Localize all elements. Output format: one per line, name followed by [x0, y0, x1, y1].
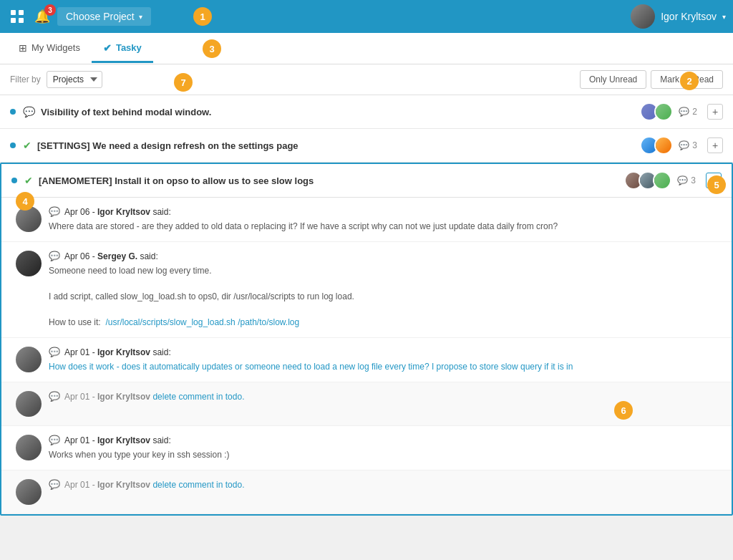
svg-rect-2 — [11, 18, 16, 23]
comment-count: 💬 3 — [679, 140, 697, 150]
avatar-stack — [640, 102, 673, 121]
avatar-stack — [624, 171, 671, 190]
avatar-stack — [640, 136, 673, 155]
avatar — [16, 251, 42, 276]
comment-icon: 💬 — [49, 251, 60, 261]
user-menu-chevron-icon[interactable]: ▾ — [722, 13, 726, 21]
filter-select[interactable]: Projects All Tags — [47, 71, 102, 88]
notification-meta: 💬 3 − — [624, 171, 722, 190]
comment-author: Igor Kryltsov — [97, 347, 150, 357]
comment-link: /usr/local/scripts/slow_log_load.sh /pat… — [105, 317, 299, 327]
unread-dot — [10, 109, 16, 115]
filter-right: Only Unread Mark All Read — [580, 70, 723, 89]
add-button[interactable]: + — [707, 137, 723, 153]
comment-count: 💬 3 — [677, 175, 696, 185]
comment-verb: said: — [152, 347, 170, 357]
comment-body: 💬 Apr 06 - Sergey G. said: Someone need … — [49, 251, 722, 329]
comment-date: Apr 06 — [64, 207, 89, 217]
filter-bar: Filter by Projects All Tags Only Unread … — [0, 64, 733, 95]
only-unread-button[interactable]: Only Unread — [580, 70, 646, 89]
notification-row[interactable]: 💬 Visibility of text behind modal window… — [0, 95, 733, 129]
comment-date: Apr 01 — [64, 347, 89, 357]
comment-count-value: 3 — [692, 140, 697, 150]
comment-icon: 💬 — [49, 435, 60, 445]
comment-meta: Apr 01 - Igor Kryltsov said: — [64, 435, 171, 445]
comment-icon: 💬 — [23, 106, 35, 117]
comment-body: 💬 Apr 01 - Igor Kryltsov said: Works whe… — [49, 435, 722, 461]
action-link[interactable]: delete comment in todo. — [152, 392, 244, 402]
comment-verb: said: — [140, 251, 157, 261]
action-link[interactable]: delete comment in todo. — [152, 480, 244, 490]
notification-title: [SETTINGS] We need a design refresh on t… — [37, 140, 633, 151]
comment-body: 💬 Apr 06 - Igor Kryltsov said: Where dat… — [49, 206, 722, 233]
comment-count: 💬 2 — [679, 107, 697, 117]
comment-verb: said: — [152, 207, 170, 217]
comment-item: 💬 Apr 06 - Sergey G. said: Someone need … — [1, 242, 732, 338]
avatar — [16, 435, 42, 460]
comment-icon: 💬 — [679, 107, 689, 117]
mark-all-read-button[interactable]: Mark All Read — [651, 70, 723, 89]
comment-header: 💬 Apr 01 - Igor Kryltsov delete comment … — [49, 391, 722, 402]
comment-verb: said: — [152, 435, 170, 445]
comment-date: Apr 01 — [64, 435, 89, 445]
comment-body: 💬 Apr 01 - Igor Kryltsov delete comment … — [49, 391, 722, 405]
comment-item: 💬 Apr 01 - Igor Kryltsov delete comment … — [1, 382, 732, 426]
comment-text: Where data are stored - are they added t… — [49, 220, 722, 233]
comment-header: 💬 Apr 06 - Igor Kryltsov said: — [49, 206, 722, 217]
comment-text: Someone need to load new log every time.… — [49, 264, 722, 329]
comment-header: 💬 Apr 06 - Sergey G. said: — [49, 251, 722, 261]
nav-right: Igor Kryltsov ▾ — [631, 4, 726, 29]
expanded-header: ✔ [ANEMOMETER] Install it on opso to all… — [1, 164, 732, 198]
comment-meta: Apr 06 - Sergey G. said: — [64, 251, 158, 261]
check-circle-icon: ✔ — [23, 140, 31, 151]
tab-tasky[interactable]: ✔ Tasky — [92, 35, 153, 63]
notification-row[interactable]: ✔ [SETTINGS] We need a design refresh on… — [0, 129, 733, 163]
comment-author: Sergey G. — [97, 251, 137, 261]
comment-action: Apr 01 - Igor Kryltsov delete comment in… — [64, 480, 244, 490]
nav-left: 🔔 3 Choose Project ▾ — [7, 6, 151, 26]
comment-item: 💬 Apr 01 - Igor Kryltsov delete comment … — [1, 470, 732, 514]
project-selector[interactable]: Choose Project ▾ — [57, 7, 151, 26]
notifications-list: 💬 Visibility of text behind modal window… — [0, 95, 733, 516]
add-button[interactable]: + — [707, 104, 723, 120]
notification-title: [ANEMOMETER] Install it on opso to allow… — [39, 175, 617, 186]
grid-icon[interactable] — [7, 6, 27, 26]
comment-icon: 💬 — [49, 479, 60, 490]
avatar — [16, 391, 42, 417]
comment-meta: Apr 06 - Igor Kryltsov said: — [64, 207, 171, 217]
comment-meta: Apr 01 - Igor Kryltsov said: — [64, 347, 171, 357]
user-name[interactable]: Igor Kryltsov — [661, 11, 717, 22]
avatar — [654, 136, 673, 155]
check-circle-icon: ✔ — [24, 175, 33, 186]
comment-body: 💬 Apr 01 - Igor Kryltsov said: How does … — [49, 347, 722, 373]
comment-author: Igor Kryltsov — [97, 435, 150, 445]
tab-my-widgets[interactable]: ⊞ My Widgets — [7, 35, 92, 63]
comment-icon: 💬 — [49, 347, 60, 357]
tabs-bar: ⊞ My Widgets ✔ Tasky — [0, 33, 733, 64]
project-chevron-icon: ▾ — [139, 13, 142, 21]
avatar — [631, 4, 655, 29]
avatar — [16, 206, 42, 232]
collapse-button[interactable]: − — [706, 173, 722, 188]
comment-icon: 💬 — [677, 175, 688, 185]
avatar — [16, 479, 42, 505]
avatar — [654, 102, 673, 121]
comment-header: 💬 Apr 01 - Igor Kryltsov said: — [49, 435, 722, 445]
page-wrapper: 🔔 3 Choose Project ▾ Igor Kryltsov ▾ ⊞ M… — [0, 0, 733, 560]
comment-text: Works when you type your key in ssh sess… — [49, 448, 722, 461]
comment-author: Igor Kryltsov — [97, 392, 150, 402]
comment-author: Igor Kryltsov — [97, 207, 150, 217]
unread-dot — [10, 143, 16, 148]
notification-meta: 💬 3 + — [640, 136, 723, 155]
tab-tasky-label: Tasky — [116, 42, 142, 53]
unread-dot — [11, 178, 17, 183]
notification-meta: 💬 2 + — [640, 102, 723, 121]
project-label: Choose Project — [66, 11, 135, 22]
comment-header: 💬 Apr 01 - Igor Kryltsov delete comment … — [49, 479, 722, 490]
widgets-icon: ⊞ — [19, 42, 27, 54]
svg-rect-0 — [11, 10, 16, 15]
bell-button[interactable]: 🔔 3 — [34, 9, 50, 24]
comment-author: Igor Kryltsov — [97, 480, 150, 490]
filter-left: Filter by Projects All Tags — [10, 71, 102, 88]
comment-icon: 💬 — [49, 206, 60, 217]
